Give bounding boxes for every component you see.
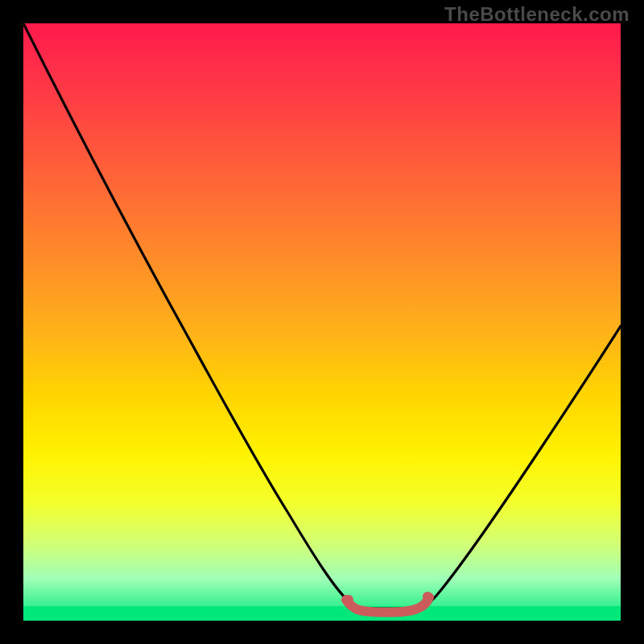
- chart-frame: TheBottleneck.com: [0, 0, 644, 644]
- optimal-band: [346, 597, 429, 613]
- plot-area: [23, 23, 621, 621]
- bottleneck-curve: [23, 23, 621, 609]
- curve-layer: [23, 23, 621, 621]
- optimal-band-dot-left: [344, 595, 353, 605]
- watermark-text: TheBottleneck.com: [444, 3, 630, 26]
- optimal-band-dot-right: [423, 592, 432, 601]
